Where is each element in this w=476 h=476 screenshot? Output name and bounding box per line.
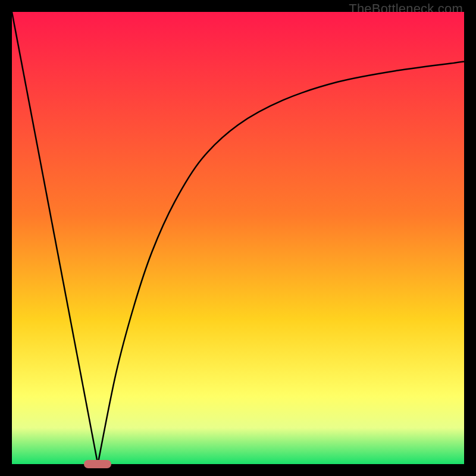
curve-left [12,12,98,464]
chart-frame [12,12,464,464]
optimal-marker [84,460,111,468]
curve-right [98,62,464,464]
bottleneck-curves [12,12,464,464]
